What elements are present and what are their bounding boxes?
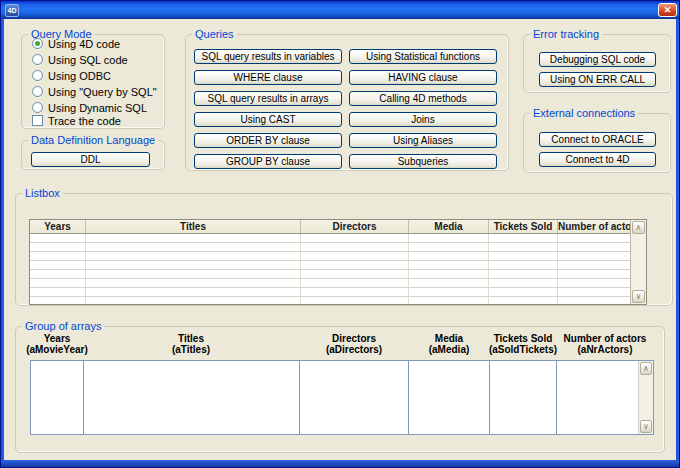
app-icon: 4D	[5, 4, 19, 17]
table-cell	[30, 288, 86, 297]
array-listbox-media[interactable]	[408, 360, 490, 435]
table-cell	[30, 243, 86, 252]
table-row[interactable]	[30, 288, 630, 297]
scroll-track[interactable]	[639, 376, 653, 419]
radio-label: Using ODBC	[48, 70, 111, 82]
column-header-number-of-actors[interactable]: Number of actors	[558, 220, 630, 233]
table-row[interactable]	[30, 243, 630, 252]
table-cell	[301, 297, 409, 304]
table-cell	[86, 279, 301, 288]
array-listbox-directors[interactable]	[299, 360, 409, 435]
table-row[interactable]	[30, 234, 630, 243]
radio-using-query-by-sql[interactable]: Using "Query by SQL"	[32, 85, 157, 98]
table-cell	[301, 243, 409, 252]
radio-dot-0	[35, 41, 40, 46]
radio-icon	[32, 38, 43, 49]
ddl-button[interactable]: DDL	[31, 152, 150, 167]
table-row[interactable]	[30, 297, 630, 304]
listbox-group: Listbox Years Titles Directors Media Tic…	[15, 193, 673, 306]
scroll-down-button[interactable]: ∨	[640, 420, 652, 433]
debugging-sql-code-button[interactable]: Debugging SQL code	[539, 52, 656, 67]
window-border-right	[676, 19, 679, 467]
table-cell	[409, 234, 489, 243]
radio-using-4d-code[interactable]: Using 4D code	[32, 37, 120, 50]
table-cell	[489, 234, 558, 243]
listbox-scrollbar[interactable]: ∧ ∨	[630, 220, 646, 304]
radio-icon	[32, 102, 43, 113]
radio-using-odbc[interactable]: Using ODBC	[32, 69, 111, 82]
array-scrollbar[interactable]: ∧ ∨	[638, 361, 653, 434]
array-listbox-years[interactable]	[30, 360, 84, 435]
array-listbox-number-of-actors[interactable]: ∧ ∨	[556, 360, 654, 435]
array-listbox-tickets-sold[interactable]	[489, 360, 557, 435]
column-header-titles[interactable]: Titles	[86, 220, 301, 233]
chevron-down-icon: ∨	[636, 293, 642, 301]
sql-query-results-in-arrays-button[interactable]: SQL query results in arrays	[194, 91, 342, 106]
table-cell	[301, 288, 409, 297]
table-cell	[489, 243, 558, 252]
table-cell	[409, 270, 489, 279]
order-by-clause-button[interactable]: ORDER BY clause	[194, 133, 342, 148]
joins-button[interactable]: Joins	[349, 112, 497, 127]
error-tracking-group: Error tracking Debugging SQL code Using …	[523, 34, 671, 93]
table-cell	[301, 270, 409, 279]
scroll-up-button[interactable]: ∧	[640, 362, 652, 375]
table-row[interactable]	[30, 279, 630, 288]
column-header-years[interactable]: Years	[30, 220, 86, 233]
queries-group: Queries SQL query results in variables W…	[185, 34, 509, 171]
group-by-clause-button[interactable]: GROUP BY clause	[194, 154, 342, 169]
using-statistical-functions-button[interactable]: Using Statistical functions	[349, 49, 497, 64]
radio-label: Using "Query by SQL"	[48, 86, 157, 98]
listbox-table: Years Titles Directors Media Tickets Sol…	[29, 219, 647, 305]
table-cell	[30, 234, 86, 243]
radio-icon	[32, 70, 43, 81]
array-listbox-titles[interactable]	[83, 360, 300, 435]
table-row[interactable]	[30, 252, 630, 261]
checkbox-trace-the-code[interactable]: Trace the code	[32, 114, 121, 127]
calling-4d-methods-button[interactable]: Calling 4D methods	[349, 91, 497, 106]
table-cell	[489, 261, 558, 270]
connect-to-oracle-button[interactable]: Connect to ORACLE	[539, 132, 656, 147]
external-connections-group: External connections Connect to ORACLE C…	[523, 113, 671, 173]
connect-to-4d-button[interactable]: Connect to 4D	[539, 152, 656, 167]
table-cell	[301, 252, 409, 261]
array-header-years: Years(aMovieYear)	[7, 333, 107, 355]
table-row[interactable]	[30, 261, 630, 270]
table-cell	[301, 261, 409, 270]
table-cell	[409, 261, 489, 270]
subqueries-button[interactable]: Subqueries	[349, 154, 497, 169]
scroll-down-button[interactable]: ∨	[632, 290, 645, 303]
sql-query-results-in-variables-button[interactable]: SQL query results in variables	[194, 49, 342, 64]
table-cell	[86, 270, 301, 279]
table-cell	[30, 297, 86, 304]
table-cell	[409, 252, 489, 261]
column-header-media[interactable]: Media	[409, 220, 489, 233]
having-clause-button[interactable]: HAVING clause	[349, 70, 497, 85]
using-cast-button[interactable]: Using CAST	[194, 112, 342, 127]
table-cell	[86, 288, 301, 297]
close-icon: ✕	[664, 5, 672, 15]
scroll-up-button[interactable]: ∧	[632, 221, 645, 234]
table-row[interactable]	[30, 270, 630, 279]
column-header-directors[interactable]: Directors	[301, 220, 409, 233]
array-header-number-of-actors: Number of actors(aNrActors)	[555, 333, 655, 355]
radio-using-sql-code[interactable]: Using SQL code	[32, 53, 128, 66]
title-bar[interactable]: 4D 4D ✕	[1, 1, 680, 19]
table-cell	[86, 243, 301, 252]
radio-using-dynamic-sql[interactable]: Using Dynamic SQL	[32, 101, 147, 114]
using-aliases-button[interactable]: Using Aliases	[349, 133, 497, 148]
query-mode-group: Query Mode Using 4D code Using SQL code …	[21, 34, 165, 129]
table-cell	[558, 297, 630, 304]
checkbox-label: Trace the code	[48, 115, 121, 127]
table-cell	[30, 261, 86, 270]
table-cell	[409, 288, 489, 297]
close-button[interactable]: ✕	[658, 3, 677, 17]
table-cell	[301, 279, 409, 288]
table-cell	[489, 279, 558, 288]
using-on-err-call-button[interactable]: Using ON ERR CALL	[539, 72, 656, 87]
where-clause-button[interactable]: WHERE clause	[194, 70, 342, 85]
radio-icon	[32, 86, 43, 97]
column-header-tickets-sold[interactable]: Tickets Sold	[489, 220, 558, 233]
scroll-track[interactable]	[631, 235, 646, 289]
table-cell	[489, 288, 558, 297]
